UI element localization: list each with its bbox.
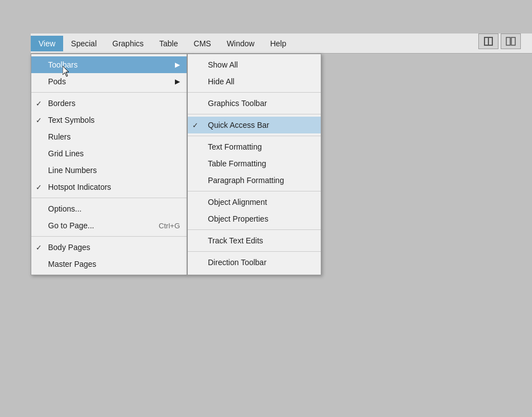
svg-rect-3	[511, 37, 515, 45]
submenu-item-label: Graphics Toolbar	[208, 99, 312, 108]
menu-item-rulers[interactable]: Rulers	[31, 128, 187, 145]
submenu-item-paragraph-formatting[interactable]: Paragraph Formatting	[188, 172, 321, 189]
layout-single-button[interactable]	[478, 33, 498, 49]
menubar-item-graphics[interactable]: Graphics	[104, 36, 151, 51]
menubar: ViewSpecialGraphicsTableCMSWindowHelp	[31, 33, 532, 54]
svg-rect-2	[506, 37, 510, 45]
menubar-item-table[interactable]: Table	[151, 36, 186, 51]
submenu-separator	[188, 191, 321, 191]
menu-item-label: Toolbars	[48, 60, 170, 69]
menu-separator	[31, 236, 187, 237]
submenu-item-object-properties[interactable]: Object Properties	[188, 210, 321, 227]
submenu-item-text-formatting[interactable]: Text Formatting	[188, 138, 321, 155]
submenu-item-hide-all[interactable]: Hide All	[188, 73, 321, 90]
submenu-item-label: Text Formatting	[208, 142, 312, 151]
menu-item-master-pages[interactable]: Master Pages	[31, 256, 187, 272]
submenu-item-quick-access-bar[interactable]: ✓Quick Access Bar	[188, 117, 321, 133]
menu-item-label: Rulers	[48, 132, 180, 141]
submenu-item-label: Table Formatting	[208, 159, 312, 168]
submenu-item-label: Paragraph Formatting	[208, 176, 312, 185]
menu-item-label: Text Symbols	[48, 116, 180, 124]
layout-double-button[interactable]	[501, 33, 521, 49]
submenu-item-label: Object Alignment	[208, 198, 312, 207]
submenu-arrow-icon: ▶	[175, 78, 180, 85]
menubar-item-window[interactable]: Window	[219, 36, 263, 51]
menubar-item-view[interactable]: View	[31, 36, 63, 51]
submenu-item-label: Quick Access Bar	[208, 121, 312, 130]
submenu-item-graphics-toolbar[interactable]: Graphics Toolbar	[188, 95, 321, 112]
checkmark-icon: ✓	[192, 121, 208, 130]
submenu-separator	[188, 229, 321, 230]
submenu-item-label: Show All	[208, 60, 312, 69]
menu-item-label: Body Pages	[48, 243, 180, 252]
menu-item-label: Pods	[48, 77, 170, 86]
menu-item-borders[interactable]: ✓Borders	[31, 95, 187, 112]
menu-item-grid-lines[interactable]: Grid Lines	[31, 145, 187, 162]
menu-item-text-symbols[interactable]: ✓Text Symbols	[31, 112, 187, 128]
checkmark-icon: ✓	[36, 243, 48, 252]
submenu-item-direction-toolbar[interactable]: Direction Toolbar	[188, 254, 321, 271]
submenu-item-track-text-edits[interactable]: Track Text Edits	[188, 232, 321, 249]
menu-item-label: Grid Lines	[48, 149, 180, 158]
menu-item-label: Line Numbers	[48, 166, 180, 175]
checkmark-icon: ✓	[36, 99, 48, 108]
submenu-item-table-formatting[interactable]: Table Formatting	[188, 155, 321, 172]
checkmark-icon: ✓	[36, 183, 48, 191]
menu-item-pods[interactable]: Pods▶	[31, 73, 187, 90]
menu-item-label: Options...	[48, 204, 180, 213]
submenu-separator	[188, 251, 321, 252]
submenu-separator	[188, 92, 321, 93]
submenu-separator	[188, 136, 321, 136]
window-buttons	[478, 33, 521, 49]
menu-item-go-to-page[interactable]: Go to Page...Ctrl+G	[31, 217, 187, 234]
dropdown-wrapper: Toolbars▶Pods▶✓Borders✓Text SymbolsRuler…	[31, 54, 321, 275]
menu-item-label: Go to Page...	[48, 221, 142, 230]
submenu-item-label: Hide All	[208, 77, 312, 86]
menu-item-body-pages[interactable]: ✓Body Pages	[31, 239, 187, 256]
menu-item-label: Master Pages	[48, 260, 180, 269]
submenu-item-label: Track Text Edits	[208, 236, 312, 245]
menubar-item-special[interactable]: Special	[63, 36, 104, 51]
right-submenu-panel: Show AllHide AllGraphics Toolbar✓Quick A…	[187, 54, 321, 275]
left-menu-panel: Toolbars▶Pods▶✓Borders✓Text SymbolsRuler…	[31, 54, 187, 275]
submenu-item-object-alignment[interactable]: Object Alignment	[188, 194, 321, 210]
menu-item-toolbars[interactable]: Toolbars▶	[31, 56, 187, 73]
menu-separator	[31, 92, 187, 93]
submenu-separator	[188, 114, 321, 114]
checkmark-icon: ✓	[36, 116, 48, 124]
submenu-item-label: Object Properties	[208, 214, 312, 223]
menu-item-label: Borders	[48, 99, 180, 108]
menubar-item-help[interactable]: Help	[262, 36, 294, 51]
submenu-arrow-icon: ▶	[175, 61, 180, 69]
menu-separator	[31, 198, 187, 198]
submenu-item-label: Direction Toolbar	[208, 258, 312, 267]
menu-item-hotspot-indicators[interactable]: ✓Hotspot Indicators	[31, 179, 187, 195]
menu-item-line-numbers[interactable]: Line Numbers	[31, 162, 187, 179]
menu-item-label: Hotspot Indicators	[48, 183, 180, 191]
menubar-item-cms[interactable]: CMS	[186, 36, 219, 51]
menu-item-options[interactable]: Options...	[31, 200, 187, 217]
submenu-item-show-all[interactable]: Show All	[188, 56, 321, 73]
menu-item-shortcut: Ctrl+G	[159, 222, 180, 230]
